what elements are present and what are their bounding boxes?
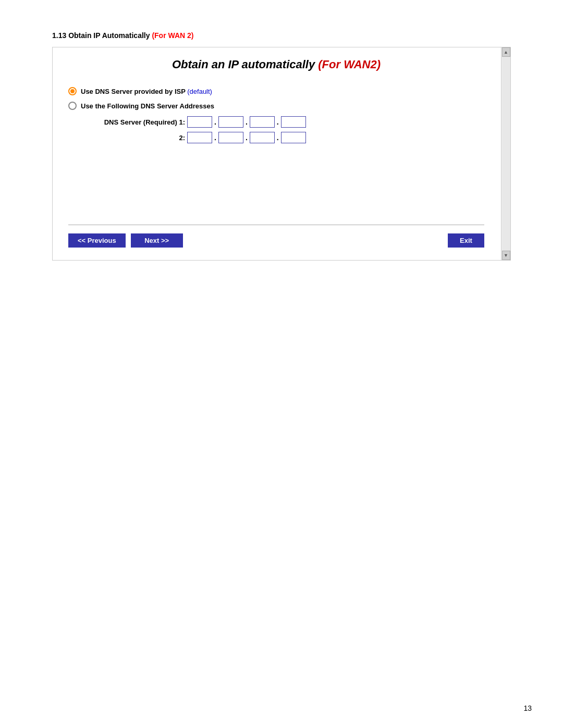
default-text: (default) [187, 88, 212, 95]
spacer [68, 152, 484, 214]
radio-option1-label: Use DNS Server provided by ISP (default) [81, 88, 212, 95]
dot-sep-1c: . [277, 118, 279, 126]
radio-option2-item[interactable]: Use the Following DNS Server Addresses [68, 102, 484, 110]
heading-highlight: (For WAN 2) [152, 31, 193, 40]
scroll-up-button[interactable]: ▲ [502, 47, 510, 57]
dot-sep-2c: . [277, 133, 279, 142]
dot-sep-2a: . [214, 133, 216, 142]
dns-fields: DNS Server (Required) 1: . . . 2: . [81, 116, 484, 143]
wizard-box: ▲ ▼ Obtain an IP automatically (For WAN2… [52, 47, 511, 261]
dns-row-1: DNS Server (Required) 1: . . . [81, 116, 484, 128]
exit-button[interactable]: Exit [448, 233, 484, 248]
radio-option2-label: Use the Following DNS Server Addresses [81, 102, 214, 110]
page-number: 13 [523, 704, 532, 712]
scroll-track [502, 57, 510, 251]
footer-left-buttons: << Previous Next >> [68, 233, 183, 248]
next-button[interactable]: Next >> [131, 233, 183, 248]
dns-server2-label: 2: [81, 134, 185, 142]
scroll-down-button[interactable]: ▼ [502, 251, 510, 260]
dot-sep-2b: . [246, 133, 248, 142]
dns1-octet2[interactable] [218, 116, 243, 128]
title-normal: Obtain an IP automatically [172, 58, 315, 71]
title-italic: (For WAN2) [318, 58, 381, 71]
dns2-octet3[interactable] [250, 132, 275, 143]
scrollbar[interactable]: ▲ ▼ [501, 47, 510, 260]
radio-option1-item[interactable]: Use DNS Server provided by ISP (default) [68, 87, 484, 95]
dns1-octet4[interactable] [281, 116, 306, 128]
heading-prefix: 1.13 Obtain IP Automatically [52, 31, 150, 40]
section-heading: 1.13 Obtain IP Automatically (For WAN 2) [52, 31, 511, 40]
divider [68, 225, 484, 225]
wizard-title: Obtain an IP automatically (For WAN2) [68, 58, 484, 71]
radio-option1[interactable] [68, 87, 77, 95]
radio-group: Use DNS Server provided by ISP (default)… [68, 87, 484, 143]
wizard-footer: << Previous Next >> Exit [68, 231, 484, 250]
dot-sep-1a: . [214, 118, 216, 126]
dns1-octet1[interactable] [187, 116, 212, 128]
wizard-content: Obtain an IP automatically (For WAN2) Us… [68, 58, 484, 250]
previous-button[interactable]: << Previous [68, 233, 126, 248]
dns2-octet2[interactable] [218, 132, 243, 143]
dot-sep-1b: . [246, 118, 248, 126]
dns-server1-label: DNS Server (Required) 1: [81, 118, 185, 126]
dns2-octet1[interactable] [187, 132, 212, 143]
dns-row-2: 2: . . . [81, 132, 484, 143]
dns1-octet3[interactable] [250, 116, 275, 128]
radio-option2[interactable] [68, 102, 77, 110]
dns2-octet4[interactable] [281, 132, 306, 143]
